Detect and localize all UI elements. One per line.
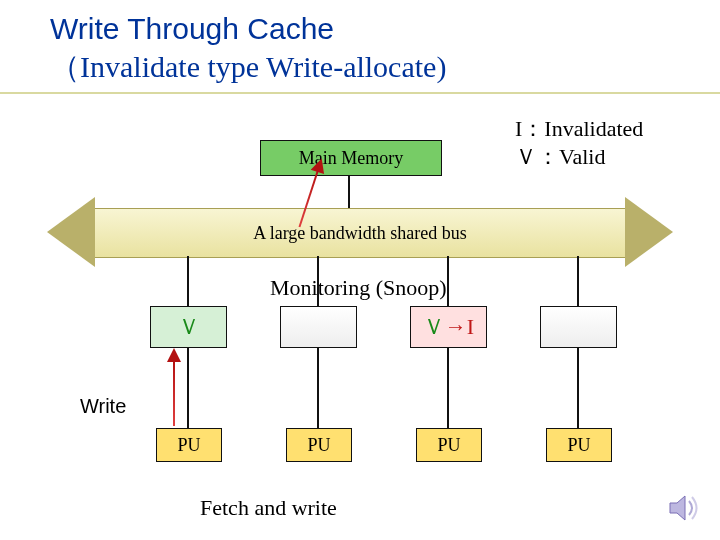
svg-marker-0 bbox=[670, 496, 685, 520]
stem-cache-pu-1 bbox=[187, 348, 189, 428]
stem-cache-pu-3 bbox=[447, 348, 449, 428]
legend-invalidated: I：Invalidated bbox=[515, 115, 643, 143]
legend-valid: Ｖ：Valid bbox=[515, 143, 643, 171]
slide-title: Write Through Cache （Invalidate type Wri… bbox=[50, 10, 446, 85]
stem-bus-cache-4 bbox=[577, 256, 579, 306]
bus-arrow-left-icon bbox=[47, 197, 95, 267]
cache-3-v: Ｖ bbox=[423, 314, 445, 339]
cache-2 bbox=[280, 306, 357, 348]
cache-1-state: Ｖ bbox=[178, 314, 200, 339]
legend: I：Invalidated Ｖ：Valid bbox=[515, 115, 643, 170]
bus-arrow-right-icon bbox=[625, 197, 673, 267]
cache-4 bbox=[540, 306, 617, 348]
stem-cache-pu-2 bbox=[317, 348, 319, 428]
cache-3-i: I bbox=[467, 314, 474, 339]
snoop-label: Monitoring (Snoop) bbox=[270, 275, 447, 301]
stem-bus-cache-3 bbox=[447, 256, 449, 306]
bus-label: A large bandwidth shared bus bbox=[95, 208, 625, 258]
stem-bus-cache-1 bbox=[187, 256, 189, 306]
write-arrow-pu-cache-icon bbox=[173, 360, 175, 426]
pu-3: PU bbox=[416, 428, 482, 462]
pu-2: PU bbox=[286, 428, 352, 462]
title-underline bbox=[0, 92, 720, 94]
title-line2: （Invalidate type Write-allocate) bbox=[50, 50, 446, 83]
shared-bus: A large bandwidth shared bus bbox=[55, 208, 665, 256]
speaker-icon bbox=[666, 490, 702, 526]
mem-bus-connector bbox=[348, 176, 350, 209]
cache-3-arrow-icon: → bbox=[445, 314, 467, 339]
pu-1: PU bbox=[156, 428, 222, 462]
cache-3: Ｖ→I bbox=[410, 306, 487, 348]
fetch-write-label: Fetch and write bbox=[200, 495, 337, 521]
stem-cache-pu-4 bbox=[577, 348, 579, 428]
cache-1: Ｖ bbox=[150, 306, 227, 348]
write-label: Write bbox=[80, 395, 126, 418]
main-memory-box: Main Memory bbox=[260, 140, 442, 176]
stem-bus-cache-2 bbox=[317, 256, 319, 306]
title-line1: Write Through Cache bbox=[50, 12, 334, 45]
pu-4: PU bbox=[546, 428, 612, 462]
